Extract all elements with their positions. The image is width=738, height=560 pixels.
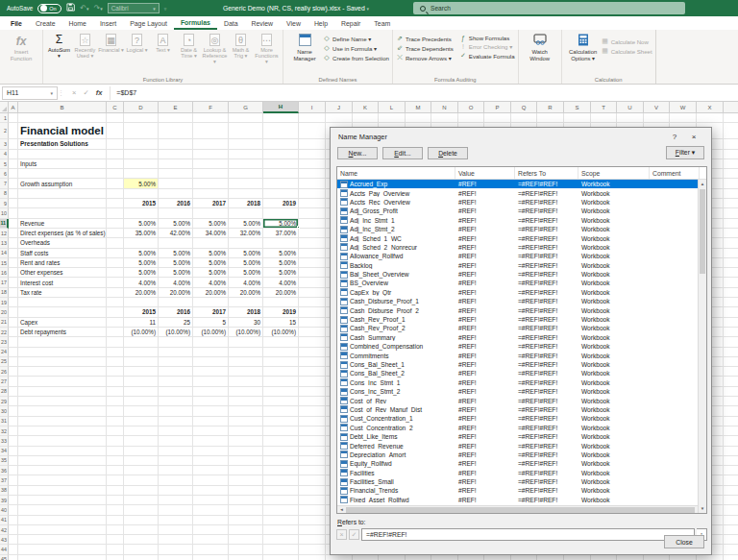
- cell-G17[interactable]: 4.00%: [229, 278, 263, 287]
- cell[interactable]: [193, 298, 229, 307]
- cell[interactable]: [18, 367, 107, 377]
- cell[interactable]: [159, 466, 193, 475]
- cell[interactable]: [159, 545, 193, 554]
- cell[interactable]: [18, 456, 107, 466]
- cell[interactable]: [229, 426, 263, 436]
- cell[interactable]: [724, 545, 738, 554]
- cell[interactable]: [124, 555, 159, 560]
- cell[interactable]: [263, 337, 299, 347]
- cell[interactable]: [299, 189, 326, 199]
- cell[interactable]: [124, 208, 159, 218]
- cell[interactable]: [406, 113, 431, 123]
- cell[interactable]: [299, 505, 326, 515]
- cell[interactable]: [299, 219, 326, 229]
- trace-dependents-button[interactable]: ⇙Trace Dependents: [396, 44, 454, 52]
- cell-H9[interactable]: 2019: [263, 199, 299, 208]
- cell[interactable]: [159, 337, 193, 347]
- cell[interactable]: [299, 397, 326, 406]
- cell[interactable]: [299, 426, 326, 436]
- cell[interactable]: [9, 298, 18, 307]
- cell-B2[interactable]: Financial model: [18, 123, 107, 139]
- cell[interactable]: [299, 486, 326, 496]
- cell[interactable]: [263, 475, 299, 485]
- names-column-header-scope[interactable]: Scope: [578, 167, 650, 179]
- cell[interactable]: [124, 466, 159, 475]
- cell[interactable]: [107, 436, 124, 446]
- name-row[interactable]: Adj_Gross_Profit#REF!=#REF!#REF!Workbook: [337, 207, 706, 215]
- cell[interactable]: [9, 555, 18, 560]
- cell[interactable]: [263, 208, 299, 218]
- show-formulas-button[interactable]: ƒShow Formulas: [459, 35, 515, 41]
- name-row[interactable]: Cash_Summary#REF!=#REF!#REF!Workbook: [337, 333, 706, 342]
- names-column-header-comment[interactable]: Comment: [650, 167, 700, 179]
- cell[interactable]: [18, 496, 107, 505]
- cell[interactable]: [124, 447, 159, 456]
- cell[interactable]: [9, 417, 18, 426]
- cell[interactable]: [193, 337, 229, 347]
- cell[interactable]: [299, 159, 326, 169]
- cell[interactable]: [299, 249, 326, 258]
- cell[interactable]: [299, 229, 326, 238]
- cell[interactable]: [193, 208, 229, 218]
- cell[interactable]: [124, 189, 159, 199]
- cell[interactable]: [617, 555, 644, 560]
- cell[interactable]: [299, 456, 326, 466]
- cell[interactable]: [724, 258, 738, 268]
- cell[interactable]: [107, 357, 124, 367]
- cell[interactable]: [9, 199, 18, 208]
- create-from-selection-button[interactable]: ◇Create from Selection: [323, 54, 389, 61]
- cell[interactable]: [724, 387, 738, 397]
- cell[interactable]: [229, 417, 263, 426]
- cell[interactable]: [724, 169, 738, 179]
- name-row[interactable]: Debt_Like_Items#REF!=#REF!#REF!Workbook: [337, 432, 706, 441]
- cell-E21[interactable]: 25: [159, 318, 193, 328]
- cell[interactable]: [724, 525, 738, 535]
- cell[interactable]: [9, 456, 18, 466]
- cell[interactable]: [299, 516, 326, 525]
- cell[interactable]: [299, 348, 326, 357]
- cell[interactable]: [229, 525, 263, 535]
- cell[interactable]: [193, 159, 229, 169]
- cell[interactable]: [107, 348, 124, 357]
- insert-function-button[interactable]: fx Insert Function: [3, 32, 39, 62]
- cell[interactable]: [263, 348, 299, 357]
- cell[interactable]: [9, 179, 18, 188]
- cell[interactable]: [193, 367, 229, 377]
- cell[interactable]: [159, 113, 193, 123]
- cell[interactable]: [229, 516, 263, 525]
- cell[interactable]: [564, 555, 591, 560]
- cell-B13[interactable]: Overheads: [18, 238, 107, 248]
- tab-page-layout[interactable]: Page Layout: [123, 16, 174, 30]
- cell[interactable]: [107, 367, 124, 377]
- cell[interactable]: [159, 486, 193, 496]
- row-header-31[interactable]: 31: [0, 417, 9, 426]
- text-button[interactable]: AText ▾: [150, 32, 176, 53]
- cell[interactable]: [18, 113, 107, 123]
- cell[interactable]: [159, 208, 193, 218]
- row-header-14[interactable]: 14: [0, 249, 9, 258]
- cell[interactable]: [107, 417, 124, 426]
- cell[interactable]: [299, 123, 326, 139]
- cell[interactable]: [724, 436, 738, 446]
- cell[interactable]: [299, 406, 326, 416]
- cell-F14[interactable]: 5.00%: [193, 249, 229, 258]
- cell-F11[interactable]: 5.00%: [193, 219, 229, 229]
- cell-B22[interactable]: Debt repayments: [18, 328, 107, 337]
- cell[interactable]: [431, 113, 458, 123]
- name-row[interactable]: CapEx_by_Qtr#REF!=#REF!#REF!Workbook: [337, 288, 706, 297]
- column-header-T[interactable]: T: [591, 102, 617, 113]
- cell[interactable]: [9, 219, 18, 229]
- cell[interactable]: [193, 505, 229, 515]
- cell[interactable]: [193, 486, 229, 496]
- cell[interactable]: [263, 436, 299, 446]
- cell[interactable]: [193, 406, 229, 416]
- cell[interactable]: [107, 113, 124, 123]
- cell[interactable]: [299, 238, 326, 248]
- tab-repair[interactable]: Repair: [334, 16, 367, 30]
- cancel-entry-icon[interactable]: ×: [72, 88, 76, 97]
- cell[interactable]: [724, 113, 738, 123]
- cell[interactable]: [299, 268, 326, 278]
- undo-icon[interactable]: ↶▾: [80, 5, 88, 12]
- cell[interactable]: [9, 387, 18, 397]
- cell[interactable]: [18, 466, 107, 475]
